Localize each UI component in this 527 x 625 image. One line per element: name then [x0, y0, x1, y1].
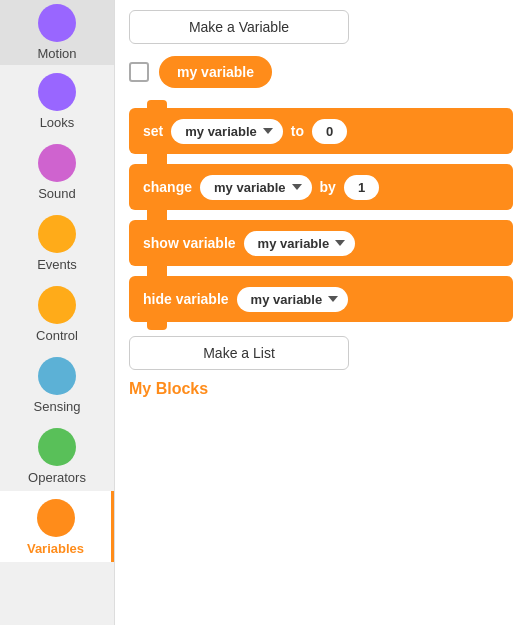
sidebar-item-control[interactable]: Control — [0, 278, 114, 349]
set-value[interactable]: 0 — [312, 119, 347, 144]
sidebar-item-label: Sound — [38, 186, 76, 201]
change-variable-dropdown[interactable]: my variable — [200, 175, 312, 200]
change-value[interactable]: 1 — [344, 175, 379, 200]
operators-icon — [38, 428, 76, 466]
sensing-icon — [38, 357, 76, 395]
show-variable-block[interactable]: show variable my variable — [129, 220, 513, 266]
show-variable-name-label: my variable — [258, 236, 330, 251]
sidebar-item-sound[interactable]: Sound — [0, 136, 114, 207]
set-block[interactable]: set my variable to 0 — [129, 108, 513, 154]
hide-dropdown-arrow-icon — [328, 296, 338, 302]
sidebar-item-sensing[interactable]: Sensing — [0, 349, 114, 420]
sidebar: Motion Looks Sound Events Control Sensin… — [0, 0, 115, 625]
set-to-label: to — [291, 123, 304, 139]
sidebar-item-label: Operators — [28, 470, 86, 485]
make-list-button[interactable]: Make a List — [129, 336, 349, 370]
sidebar-item-events[interactable]: Events — [0, 207, 114, 278]
set-dropdown-arrow-icon — [263, 128, 273, 134]
events-icon — [38, 215, 76, 253]
main-panel: Make a Variable my variable set my varia… — [115, 0, 527, 625]
set-value-label: 0 — [326, 124, 333, 139]
change-dropdown-arrow-icon — [292, 184, 302, 190]
set-label: set — [143, 123, 163, 139]
hide-variable-block[interactable]: hide variable my variable — [129, 276, 513, 322]
my-blocks-label: My Blocks — [129, 380, 208, 397]
control-icon — [38, 286, 76, 324]
show-variable-dropdown[interactable]: my variable — [244, 231, 356, 256]
change-value-label: 1 — [358, 180, 365, 195]
change-label: change — [143, 179, 192, 195]
make-variable-button[interactable]: Make a Variable — [129, 10, 349, 44]
hide-variable-dropdown[interactable]: my variable — [237, 287, 349, 312]
my-blocks-section: My Blocks — [129, 380, 513, 398]
sidebar-item-variables[interactable]: Variables — [0, 491, 114, 562]
variable-row: my variable — [129, 56, 513, 88]
hide-variable-label: hide variable — [143, 291, 229, 307]
motion-icon — [38, 4, 76, 42]
show-variable-label: show variable — [143, 235, 236, 251]
show-dropdown-arrow-icon — [335, 240, 345, 246]
sidebar-item-label: Motion — [37, 46, 76, 61]
variable-checkbox[interactable] — [129, 62, 149, 82]
sidebar-item-label: Control — [36, 328, 78, 343]
sidebar-item-label: Events — [37, 257, 77, 272]
my-variable-pill[interactable]: my variable — [159, 56, 272, 88]
sidebar-item-label: Sensing — [34, 399, 81, 414]
sidebar-item-label: Looks — [40, 115, 75, 130]
my-variable-label: my variable — [177, 64, 254, 80]
set-variable-label: my variable — [185, 124, 257, 139]
change-variable-label: my variable — [214, 180, 286, 195]
sidebar-item-motion[interactable]: Motion — [0, 0, 114, 65]
hide-variable-name-label: my variable — [251, 292, 323, 307]
looks-icon — [38, 73, 76, 111]
sidebar-item-looks[interactable]: Looks — [0, 65, 114, 136]
sidebar-item-operators[interactable]: Operators — [0, 420, 114, 491]
sidebar-item-label: Variables — [27, 541, 84, 556]
sound-icon — [38, 144, 76, 182]
set-variable-dropdown[interactable]: my variable — [171, 119, 283, 144]
change-block[interactable]: change my variable by 1 — [129, 164, 513, 210]
variables-icon — [37, 499, 75, 537]
change-by-label: by — [320, 179, 336, 195]
